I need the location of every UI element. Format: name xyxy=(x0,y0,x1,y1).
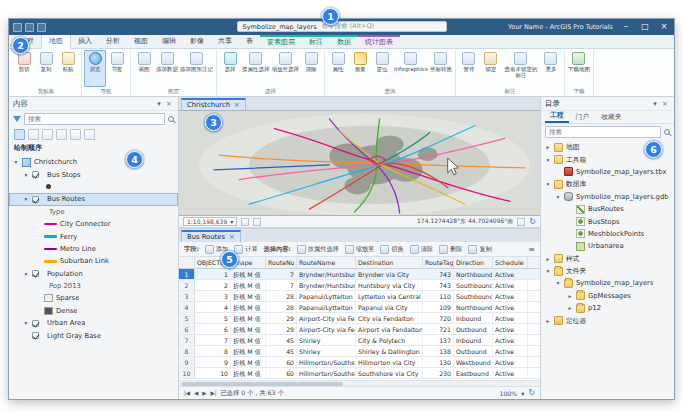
list-by-selection-icon[interactable] xyxy=(42,129,53,140)
column-header[interactable]: RouteTag xyxy=(423,257,454,268)
chevron-down-icon[interactable]: ▾ xyxy=(521,390,524,397)
expander-icon[interactable] xyxy=(545,265,551,277)
catalog-tree-item[interactable]: BusStops xyxy=(541,215,674,227)
layer-tree-item[interactable]: City Connector xyxy=(9,218,178,230)
catalog-search-input[interactable] xyxy=(545,126,661,138)
table-zoom-level[interactable]: 100% xyxy=(499,390,517,397)
layer-tree-item[interactable]: Metro Line xyxy=(9,243,178,255)
ribbon-tab[interactable]: 共享 xyxy=(211,35,239,48)
ribbon-button[interactable]: 属性 xyxy=(327,50,349,87)
layer-tree-item[interactable]: Light Gray Base xyxy=(9,329,178,341)
ribbon-tab[interactable]: 表 xyxy=(239,35,260,48)
table-row[interactable]: 1010折线 M 值60Hillmorton/SouthshoreSouthsh… xyxy=(179,368,540,379)
ribbon-tab[interactable]: 统计图表 xyxy=(358,35,400,48)
catalog-tree-item[interactable]: Symbolize_map_layers xyxy=(541,277,674,289)
refresh-icon[interactable]: ↻ xyxy=(529,217,536,227)
close-icon[interactable]: × xyxy=(229,233,235,241)
expander-icon[interactable] xyxy=(545,315,551,327)
table-row[interactable]: 44折线 M 值28Papanui/LytteltonPapanui via C… xyxy=(179,302,540,313)
ribbon-button[interactable]: Infographics xyxy=(393,50,429,87)
refresh-icon[interactable]: ↻ xyxy=(528,388,535,398)
ribbon-button[interactable]: 底图 xyxy=(133,50,155,87)
ribbon-button[interactable]: 选择 xyxy=(219,50,241,87)
search-icon[interactable] xyxy=(664,129,670,135)
layer-visibility-checkbox[interactable] xyxy=(32,171,39,178)
column-header[interactable]: Direction xyxy=(454,257,493,268)
list-by-snapping-icon[interactable] xyxy=(70,129,81,140)
expander-icon[interactable] xyxy=(13,156,19,168)
layer-visibility-checkbox[interactable] xyxy=(32,270,39,277)
column-header[interactable]: RouteNo xyxy=(266,257,297,268)
minimize-button[interactable]: – xyxy=(620,20,632,34)
filter-icon[interactable] xyxy=(13,116,21,122)
catalog-tab[interactable]: 工程 xyxy=(545,109,569,123)
clear-selection-button[interactable]: 清除 xyxy=(410,245,433,254)
command-search[interactable]: Symbolize_map_layers 命令搜索 (Alt+Q) xyxy=(237,21,447,32)
ribbon-button[interactable]: 书签 xyxy=(106,50,128,87)
ribbon-button[interactable]: 浏览 xyxy=(84,50,106,87)
ribbon-button[interactable]: 定位 xyxy=(371,50,393,87)
layer-tree-item[interactable]: Christchurch xyxy=(9,156,178,168)
catalog-tree-item[interactable]: 数据库 xyxy=(541,178,674,190)
copy-selection-button[interactable]: 复制 xyxy=(468,245,491,254)
signed-in-user[interactable]: Your Name - ArcGIS Pro Tutorials xyxy=(508,23,613,31)
column-header[interactable]: Schedule xyxy=(493,257,528,268)
undo-icon[interactable] xyxy=(25,23,34,32)
close-button[interactable]: × xyxy=(658,20,670,34)
layer-tree-item[interactable]: Dense xyxy=(9,305,178,317)
ribbon-button[interactable]: 测量 xyxy=(349,50,371,87)
expander-icon[interactable] xyxy=(545,178,551,190)
list-by-drawing-order-icon[interactable] xyxy=(14,129,25,140)
expander-icon[interactable] xyxy=(567,290,573,302)
ribbon-button[interactable]: 复制 xyxy=(35,50,57,87)
layer-tree-item[interactable]: Urban Area xyxy=(9,317,178,329)
select-tool-icon[interactable] xyxy=(241,218,249,226)
ribbon-button[interactable]: 坐标转换 xyxy=(429,50,453,87)
table-row[interactable]: 66折线 M 值29Airport-City via Fendal...Airp… xyxy=(179,324,540,335)
map-scale-select[interactable]: 1:10,198,639 ▾ xyxy=(183,217,237,226)
coordinates-options-icon[interactable] xyxy=(517,218,525,226)
table-row[interactable]: 22折线 M 值7Bryndwr/HuntsburyHuntsbury via … xyxy=(179,280,540,291)
map-view-tab[interactable]: Christchurch × xyxy=(181,98,246,110)
ribbon-button[interactable]: 缩放至选择 xyxy=(271,50,301,87)
contents-search-input[interactable] xyxy=(24,113,165,125)
calculate-field-button[interactable]: 计算 xyxy=(234,245,257,254)
expander-icon[interactable] xyxy=(555,191,561,203)
layer-visibility-checkbox[interactable] xyxy=(32,332,39,339)
ribbon-button[interactable]: 锁定 xyxy=(480,50,502,87)
ribbon-tab[interactable]: 编辑 xyxy=(155,35,183,48)
expander-icon[interactable] xyxy=(23,317,29,329)
table-row[interactable]: 88折线 M 值45ShirleyShirley & Dallington138… xyxy=(179,346,540,357)
ribbon-button[interactable]: 暂停 xyxy=(458,50,480,87)
previous-record-button[interactable]: ◀ xyxy=(194,390,198,396)
ribbon-tab[interactable]: 标注 xyxy=(302,35,330,48)
scrollbar-thumb[interactable] xyxy=(181,382,343,386)
catalog-tree-item[interactable]: Symbolize_map_layers.tbx xyxy=(541,166,674,178)
layer-tree-item[interactable]: Population xyxy=(9,268,178,280)
layer-tree-item[interactable]: Pop 2013 xyxy=(9,280,178,292)
switch-selection-button[interactable]: 切换 xyxy=(380,245,403,254)
ribbon-tab[interactable]: 数据 xyxy=(330,35,358,48)
horizontal-scrollbar[interactable] xyxy=(179,380,540,386)
maximize-button[interactable]: □ xyxy=(639,20,651,34)
pane-menu-icon[interactable]: ▾ xyxy=(650,100,660,108)
ribbon-tab[interactable]: 插入 xyxy=(71,35,99,48)
table-row[interactable]: 77折线 M 值45ShirleyCity & Polytech137Inbou… xyxy=(179,335,540,346)
layer-tree-item[interactable]: Type xyxy=(9,206,178,218)
expander-icon[interactable] xyxy=(567,302,573,314)
catalog-tree-item[interactable]: 文件夹 xyxy=(541,265,674,277)
layer-tree-item[interactable]: Suburban Link xyxy=(9,255,178,267)
catalog-tree-item[interactable]: p12 xyxy=(541,302,674,314)
ribbon-button[interactable]: 更多 xyxy=(540,50,562,87)
close-icon[interactable]: × xyxy=(234,101,240,109)
ribbon-tab[interactable]: 地图 xyxy=(41,34,71,49)
layer-tree-item[interactable]: Ferry xyxy=(9,230,178,242)
expander-icon[interactable] xyxy=(23,169,29,181)
select-by-attributes-button[interactable]: 按属性选择 xyxy=(297,245,339,254)
expander-icon[interactable] xyxy=(23,193,29,205)
expander-icon[interactable] xyxy=(545,141,551,153)
catalog-tree-item[interactable]: GpMessages xyxy=(541,290,674,302)
ribbon-button[interactable]: 粘贴 xyxy=(57,50,79,87)
close-icon[interactable]: × xyxy=(660,100,670,108)
layer-tree-item[interactable]: Bus Stops xyxy=(9,168,178,180)
